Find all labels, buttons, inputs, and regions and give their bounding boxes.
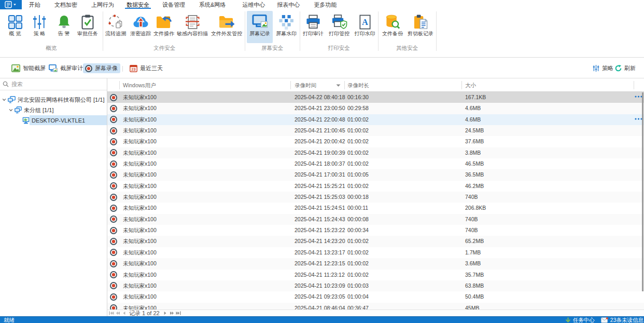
ribbon-item-print-control[interactable]: 打印管控: [326, 11, 352, 43]
table-row[interactable]: 未知玩家x1002025-04-21 15:24:5100:00:11206.8…: [107, 203, 644, 213]
approval-clipboard-icon: [74, 13, 101, 31]
table-row[interactable]: 未知玩家x1002025-04-21 15:25:2101:00:0246.2M…: [107, 181, 644, 192]
table-row[interactable]: 未知玩家x1002025-04-21 13:23:1701:00:021.7MB: [107, 247, 644, 258]
leak-cloud-icon: [129, 13, 152, 31]
table-row[interactable]: 未知玩家x1002025-04-21 18:00:3701:00:0246.5M…: [107, 158, 644, 169]
table-row[interactable]: 未知玩家x1002025-04-21 17:00:3101:00:0536.5M…: [107, 169, 644, 180]
row-actions-button[interactable]: [635, 118, 642, 120]
first-page-button[interactable]: [109, 311, 114, 315]
ribbon-item-print-watermark[interactable]: A 打印水印: [353, 11, 377, 43]
column-header-size[interactable]: 大小: [465, 78, 476, 91]
cell-size: 35.7MB: [465, 270, 484, 280]
ribbon-item-file-operations[interactable]: 文件操作: [152, 11, 175, 43]
pagination-bar: 记录 1 of 22: [107, 309, 644, 316]
fast-previous-button[interactable]: [116, 311, 120, 315]
cell-duration: 00:00:34: [347, 225, 369, 236]
table-row[interactable]: 未知玩家x1002025-04-21 21:00:4501:00:0224.5M…: [107, 125, 644, 136]
ribbon-item-flow-trace[interactable]: 流转追溯: [103, 11, 128, 43]
cell-duration: 01:00:02: [347, 258, 369, 269]
cell-windows-user: 未知玩家x100: [123, 181, 157, 192]
table-row[interactable]: 未知玩家x1002025-04-22 08:40:1800:16:30167.1…: [107, 92, 644, 103]
cell-windows-user: 未知玩家x100: [123, 192, 157, 203]
cell-size: 740B: [465, 225, 478, 236]
ribbon-group-other-security: 文件备份 剪切板记录 其他安全: [378, 9, 436, 57]
menu-tab-ops-center[interactable]: 运维中心: [242, 0, 265, 9]
toolbar-button-last-three-days[interactable]: 23 最近三天: [130, 63, 163, 73]
menu-tab-home[interactable]: 开始: [29, 0, 41, 9]
ribbon-item-sensitive-content-scan[interactable]: 敏感内容扫描: [175, 11, 209, 43]
unread-messages-button[interactable]: 23条未读信息: [610, 317, 643, 323]
cell-windows-user: 未知玩家x100: [123, 214, 157, 225]
menu-tab-doc-encryption[interactable]: 文档加密: [54, 0, 78, 9]
menu-tab-more-functions[interactable]: 更多功能: [313, 0, 337, 9]
table-row[interactable]: 未知玩家x1002025-04-21 09:23:0501:00:0450.4M…: [107, 291, 644, 302]
ribbon-item-policy[interactable]: 策 略: [28, 11, 51, 43]
column-header-recording-time[interactable]: 录像时间: [295, 78, 316, 91]
cell-duration: 00:29:58: [347, 103, 369, 114]
search-input[interactable]: 搜索: [0, 78, 107, 90]
table-row[interactable]: 未知玩家x1002025-04-21 22:00:4801:00:024.6MB: [107, 114, 644, 125]
table-row[interactable]: 未知玩家x1002025-04-21 08:46:0400:36:4745MB: [107, 303, 644, 310]
task-center-button[interactable]: 任务中心: [573, 317, 595, 323]
cell-duration: 01:00:03: [347, 280, 369, 291]
column-header-windows-user[interactable]: Windows用户: [123, 78, 156, 91]
table-row[interactable]: 未知玩家x1002025-04-21 12:23:1501:00:023.6MB: [107, 258, 644, 269]
toolbar-button-refresh[interactable]: 刷新: [615, 63, 636, 73]
ribbon-item-clipboard-record[interactable]: 剪切板记录: [405, 11, 436, 43]
app-menu-button[interactable]: [0, 0, 22, 9]
toolbar-button-capture-audit[interactable]: 截屏审计: [49, 63, 83, 73]
cell-size: 167.1KB: [465, 92, 486, 103]
print-audit-icon: [301, 13, 326, 31]
tree-item-label: 未分组 [1/1]: [24, 106, 53, 114]
ribbon-item-leak-tracking[interactable]: 泄密追踪: [129, 11, 152, 43]
menu-tab-internet-behavior[interactable]: 上网行为: [91, 0, 115, 9]
table-row[interactable]: 未知玩家x1002025-04-21 23:00:5000:29:584.6MB: [107, 103, 644, 114]
record-icon: [110, 282, 117, 289]
table-row[interactable]: 未知玩家x1002025-04-21 10:23:0901:00:0363.8M…: [107, 280, 644, 291]
ribbon-item-approval-tasks[interactable]: 审批任务: [74, 11, 101, 43]
menu-tab-system-network[interactable]: 系统&网络: [199, 0, 226, 9]
menu-tab-data-security[interactable]: 数据安全: [126, 0, 150, 9]
chevron-down-icon[interactable]: [9, 108, 13, 112]
record-icon: [110, 260, 117, 267]
table-row[interactable]: 未知玩家x1002025-04-21 20:00:4201:00:0237.6M…: [107, 136, 644, 147]
table-row[interactable]: 未知玩家x1002025-04-21 15:25:0300:00:18740B: [107, 192, 644, 203]
ribbon-item-file-backup[interactable]: 文件备份: [380, 11, 405, 43]
previous-page-button[interactable]: [123, 311, 125, 315]
sort-descending-icon[interactable]: [336, 84, 341, 87]
table-row[interactable]: 未知玩家x1002025-04-21 19:00:3901:00:023.8MB: [107, 147, 644, 158]
ribbon-item-alerts[interactable]: 告 警: [52, 11, 75, 43]
tree-item-ungrouped[interactable]: 未分组 [1/1]: [9, 105, 53, 115]
table-row[interactable]: 未知玩家x1002025-04-21 14:23:2001:00:0265.2M…: [107, 236, 644, 247]
menu-tab-report-center[interactable]: 报表中心: [276, 0, 300, 9]
table-row[interactable]: 未知玩家x1002025-04-21 11:23:1201:00:0235.7M…: [107, 270, 644, 280]
cell-recording-time: 2025-04-21 15:24:51: [295, 203, 345, 213]
cell-size: 3.8MB: [465, 147, 481, 158]
ribbon-item-print-audit[interactable]: 打印审计: [301, 11, 326, 43]
record-icon: [110, 216, 117, 223]
tree-item-company[interactable]: 河北安固云网络科技有限公司 [1/1]: [2, 95, 104, 105]
table-header: Windows用户 录像时间 录像时长 大小: [107, 78, 644, 92]
record-icon: [110, 116, 117, 123]
tree-item-computer[interactable]: DESKTOP-VLKTLE1: [22, 115, 85, 126]
row-actions-button[interactable]: [635, 96, 642, 98]
fast-next-button[interactable]: [170, 311, 174, 315]
last-page-button[interactable]: [176, 311, 181, 315]
table-row[interactable]: 未知玩家x1002025-04-21 15:24:4300:00:08740B: [107, 214, 644, 225]
toolbar-button-screen-recording[interactable]: 屏幕录像: [83, 63, 120, 73]
vertical-scrollbar-thumb[interactable]: [642, 92, 643, 291]
table-row[interactable]: 未知玩家x1002025-04-21 15:23:2200:00:34740B: [107, 225, 644, 236]
cell-duration: 01:00:04: [347, 291, 369, 302]
ribbon-item-screen-record[interactable]: 屏幕记录: [247, 11, 273, 43]
chevron-down-icon[interactable]: [2, 98, 6, 102]
column-header-duration[interactable]: 录像时长: [347, 78, 369, 91]
cell-recording-time: 2025-04-21 14:23:20: [295, 236, 345, 247]
toolbar-button-policy[interactable]: 策略: [593, 63, 613, 73]
ribbon-item-screen-watermark[interactable]: 屏幕水印: [273, 11, 300, 43]
menu-tab-device-management[interactable]: 设备管理: [162, 0, 186, 9]
toolbar-button-smart-capture[interactable]: 智能截屏: [11, 63, 46, 73]
cell-windows-user: 未知玩家x100: [123, 258, 157, 269]
next-page-button[interactable]: [164, 311, 166, 315]
ribbon-item-outgoing-file-control[interactable]: 文件外发管控: [209, 11, 244, 43]
ribbon-item-overview[interactable]: 概 览: [4, 11, 26, 43]
